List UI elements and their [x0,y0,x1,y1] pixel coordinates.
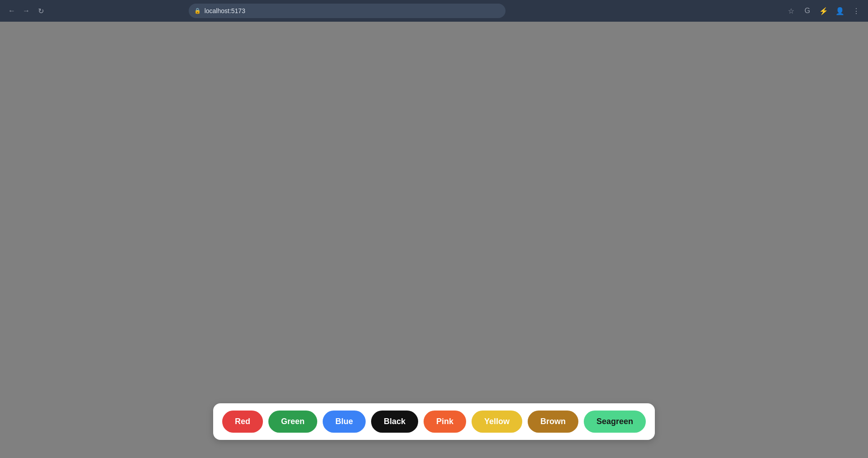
url-text: localhost:5173 [205,7,245,14]
color-button-pink[interactable]: Pink [424,411,466,433]
forward-button[interactable]: → [20,5,33,17]
color-button-yellow[interactable]: Yellow [472,411,522,433]
star-icon[interactable]: ☆ [785,5,797,17]
color-button-blue[interactable]: Blue [323,411,366,433]
color-button-red[interactable]: Red [222,411,263,433]
color-button-black[interactable]: Black [371,411,418,433]
color-button-brown[interactable]: Brown [528,411,578,433]
reload-button[interactable]: ↻ [34,5,47,17]
page-content: RedGreenBlueBlackPinkYellowBrownSeagreen [0,22,868,458]
color-bar: RedGreenBlueBlackPinkYellowBrownSeagreen [213,403,655,440]
browser-chrome: ← → ↻ 🔒 localhost:5173 ☆ G ⚡ 👤 ⋮ [0,0,868,22]
color-button-green[interactable]: Green [268,411,317,433]
nav-buttons: ← → ↻ [5,5,47,17]
address-bar[interactable]: 🔒 localhost:5173 [189,4,506,18]
back-button[interactable]: ← [5,5,18,17]
menu-icon[interactable]: ⋮ [850,5,863,17]
profile-icon[interactable]: 👤 [834,5,846,17]
color-button-seagreen[interactable]: Seagreen [584,411,646,433]
lock-icon: 🔒 [194,8,201,14]
browser-actions: ☆ G ⚡ 👤 ⋮ [785,5,863,17]
extensions-icon[interactable]: ⚡ [817,5,830,17]
grammarly-icon[interactable]: G [801,5,814,17]
